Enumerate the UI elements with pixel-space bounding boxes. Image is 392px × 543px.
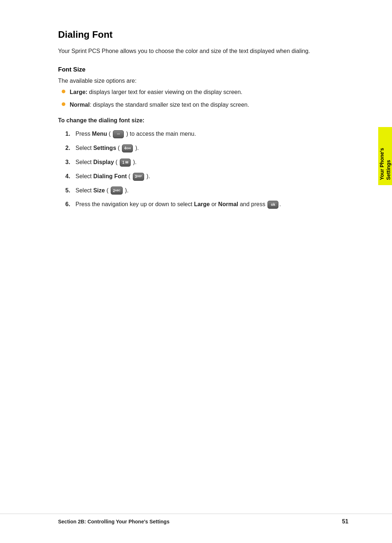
step-6: 6. Press the navigation key up or down t… (65, 200, 348, 209)
step-content-1: Press Menu ( ··· ) to access the main me… (75, 130, 348, 139)
display-key-icon: 1 ✉ (120, 159, 131, 167)
menu-key-icon: ··· (113, 130, 124, 138)
bullet-text-large: Large: displays larger text for easier v… (70, 88, 242, 97)
side-tab-label: Your Phone's Settings (379, 132, 392, 180)
page-title: Dialing Font (58, 29, 348, 40)
step-content-6: Press the navigation key up or down to s… (75, 200, 348, 209)
step-number-5: 5. (65, 186, 75, 195)
list-item: Large: displays larger text for easier v… (62, 88, 348, 97)
bullet-text-normal: Normal: displays the standard smaller si… (70, 101, 249, 110)
bold-dialing-font: Dialing Font (93, 173, 127, 179)
bold-large: Large: (70, 89, 87, 95)
step-3: 3. Select Display ( 1 ✉ ). (65, 158, 348, 167)
bold-large-2: Large (194, 201, 210, 207)
footer-page-number: 51 (342, 518, 348, 525)
page-footer: Section 2B: Controlling Your Phone's Set… (0, 514, 392, 525)
step-content-4: Select Dialing Font ( 3DEF ). (75, 172, 348, 181)
step-content-2: Select Settings ( 4GHI ). (75, 144, 348, 153)
steps-list: 1. Press Menu ( ··· ) to access the main… (58, 130, 348, 209)
step-number-1: 1. (65, 130, 75, 139)
page-container: Your Phone's Settings Dialing Font Your … (0, 0, 392, 543)
step-number-3: 3. (65, 158, 75, 167)
side-tab: Your Phone's Settings (378, 127, 392, 185)
step-number-6: 6. (65, 200, 75, 209)
settings-key-icon: 4GHI (122, 144, 133, 152)
bold-normal: Normal (70, 102, 90, 108)
step-content-3: Select Display ( 1 ✉ ). (75, 158, 348, 167)
bold-display: Display (93, 159, 114, 165)
footer-section-label: Section 2B: Controlling Your Phone's Set… (58, 519, 170, 524)
step-1: 1. Press Menu ( ··· ) to access the main… (65, 130, 348, 139)
intro-text: Your Sprint PCS Phone allows you to choo… (58, 47, 348, 56)
step-5: 5. Select Size ( 2ABC ). (65, 186, 348, 195)
step-2: 2. Select Settings ( 4GHI ). (65, 144, 348, 153)
bullet-list: Large: displays larger text for easier v… (58, 88, 348, 110)
step-4: 4. Select Dialing Font ( 3DEF ). (65, 172, 348, 181)
available-options-text: The available size options are: (58, 78, 348, 84)
bullet-dot (62, 90, 65, 93)
size-key-icon: 2ABC (111, 187, 123, 195)
step-number-2: 2. (65, 144, 75, 153)
change-header: To change the dialing font size: (58, 117, 348, 124)
step-content-5: Select Size ( 2ABC ). (75, 186, 348, 195)
ok-key-icon: ok (268, 201, 278, 209)
bold-settings: Settings (93, 145, 116, 151)
step-number-4: 4. (65, 172, 75, 181)
font-size-heading: Font Size (58, 66, 348, 73)
bold-menu: Menu (92, 131, 107, 137)
dialing-font-key-icon: 3DEF (133, 173, 144, 181)
list-item: Normal: displays the standard smaller si… (62, 101, 348, 110)
bullet-dot (62, 102, 65, 106)
bold-normal-2: Normal (218, 201, 238, 207)
bold-size: Size (93, 187, 105, 193)
